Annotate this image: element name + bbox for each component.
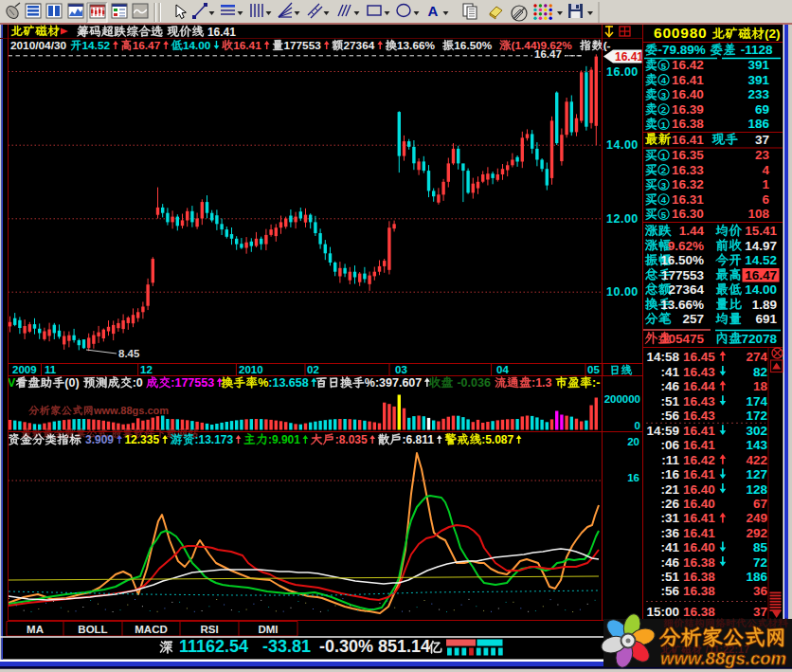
svg-text:16.47: 16.47: [133, 39, 161, 52]
svg-text:16.30: 16.30: [672, 207, 704, 221]
svg-text:2: 2: [661, 104, 666, 115]
svg-text:16.45: 16.45: [683, 350, 715, 364]
svg-text:MA: MA: [27, 624, 44, 635]
svg-text::46: :46: [660, 379, 679, 393]
svg-text:16.35: 16.35: [672, 148, 704, 162]
svg-text:1: 1: [661, 151, 667, 161]
svg-text:16.41: 16.41: [683, 526, 715, 540]
svg-text:(0): (0): [64, 376, 79, 390]
svg-text:16.00: 16.00: [606, 65, 639, 79]
svg-text:292: 292: [746, 526, 767, 540]
svg-text:27364: 27364: [344, 39, 375, 52]
svg-text:14:59: 14:59: [646, 424, 679, 438]
svg-text:02: 02: [307, 364, 319, 375]
svg-text:-79.89%: -79.89%: [658, 43, 706, 57]
svg-text:RSI: RSI: [200, 624, 218, 635]
svg-text::6.811: :6.811: [403, 433, 435, 446]
svg-text:16.41: 16.41: [233, 39, 261, 52]
svg-text:15:00: 15:00: [646, 605, 679, 619]
svg-text:16.41: 16.41: [683, 438, 715, 452]
svg-text:177553: 177553: [661, 268, 705, 282]
svg-text:1: 1: [661, 119, 667, 130]
svg-text:200000: 200000: [604, 393, 640, 405]
svg-text:18: 18: [753, 379, 768, 393]
svg-text:V: V: [8, 376, 16, 390]
svg-text:-0.30%: -0.30%: [319, 637, 373, 656]
svg-text:16.41: 16.41: [683, 467, 715, 481]
svg-text:4: 4: [661, 194, 667, 205]
svg-text:16.47: 16.47: [534, 48, 562, 60]
svg-text:16.41: 16.41: [683, 424, 715, 438]
svg-text:186: 186: [746, 570, 767, 584]
svg-text::16: :16: [660, 467, 679, 481]
svg-text:16.42: 16.42: [683, 453, 715, 467]
svg-text::41: :41: [660, 365, 679, 379]
svg-text:37: 37: [755, 133, 769, 147]
svg-text:13.66%: 13.66%: [660, 298, 704, 312]
svg-text:302: 302: [746, 424, 767, 438]
svg-text:1.44: 1.44: [679, 224, 705, 238]
svg-text:257: 257: [682, 312, 704, 326]
svg-text:3.909: 3.909: [85, 433, 114, 446]
svg-text:72078: 72078: [741, 332, 777, 346]
svg-text:(2): (2): [765, 27, 781, 41]
svg-text:A: A: [428, 3, 439, 19]
svg-text::9.901: :9.901: [268, 433, 300, 446]
svg-text::51: :51: [660, 394, 679, 409]
svg-text::397.607: :397.607: [375, 376, 422, 390]
svg-text:16.39: 16.39: [672, 102, 704, 117]
svg-text:233: 233: [747, 87, 769, 101]
svg-text:691: 691: [755, 312, 777, 326]
svg-text:8.45: 8.45: [118, 348, 140, 359]
svg-text:12.335: 12.335: [124, 433, 159, 446]
svg-text:16.40: 16.40: [672, 87, 704, 101]
svg-text:0: 0: [635, 420, 640, 431]
svg-text:72: 72: [753, 555, 767, 570]
svg-text:82: 82: [753, 365, 767, 379]
svg-text:-0.036: -0.036: [457, 376, 490, 390]
svg-text:16.31: 16.31: [672, 192, 704, 207]
svg-text:422: 422: [746, 453, 767, 467]
svg-text:14.00: 14.00: [183, 39, 211, 52]
svg-text:16.33: 16.33: [672, 163, 704, 177]
svg-text::-: :-: [592, 376, 600, 390]
svg-text:16.38: 16.38: [683, 570, 715, 584]
svg-text:04: 04: [496, 364, 509, 375]
svg-text:16.43: 16.43: [683, 394, 715, 409]
svg-text:16.41: 16.41: [672, 73, 704, 87]
svg-text::51: :51: [660, 570, 679, 584]
svg-text::8.035: :8.035: [335, 433, 368, 446]
svg-text:85: 85: [753, 540, 768, 554]
svg-text:DMI: DMI: [258, 624, 278, 635]
svg-text:5: 5: [661, 61, 667, 71]
svg-text:(-: (-: [603, 39, 611, 52]
svg-text:5: 5: [661, 209, 667, 220]
svg-text::13.173: :13.173: [195, 433, 234, 446]
svg-text:14.00: 14.00: [606, 138, 639, 152]
svg-text:2009: 2009: [12, 364, 37, 375]
svg-text:-1128: -1128: [741, 43, 773, 57]
svg-text:16.50%: 16.50%: [660, 253, 704, 267]
svg-text:2010/04/30: 2010/04/30: [10, 39, 66, 52]
svg-text:16.47: 16.47: [745, 268, 777, 282]
svg-text:05: 05: [587, 364, 600, 375]
svg-text:11: 11: [45, 364, 57, 375]
svg-text:20: 20: [627, 436, 639, 447]
svg-text:16.50%: 16.50%: [454, 39, 493, 52]
svg-text:4: 4: [661, 75, 667, 85]
svg-text:1: 1: [762, 177, 769, 191]
svg-text:16.43: 16.43: [683, 409, 715, 423]
svg-text:172: 172: [746, 409, 767, 423]
svg-text::31: :31: [660, 511, 679, 525]
svg-text:14.00: 14.00: [745, 282, 777, 297]
svg-text:186: 186: [747, 117, 769, 131]
svg-text:174: 174: [746, 394, 767, 409]
svg-text:16.40: 16.40: [683, 482, 715, 497]
svg-text::5.087: :5.087: [481, 433, 513, 446]
svg-text:600980: 600980: [654, 25, 708, 41]
svg-text:16.44: 16.44: [683, 379, 715, 393]
svg-text:128: 128: [746, 482, 767, 497]
svg-text::56: :56: [660, 409, 679, 423]
svg-text:www.88gs.com: www.88gs.com: [93, 405, 169, 416]
svg-text:16.43: 16.43: [683, 365, 715, 379]
